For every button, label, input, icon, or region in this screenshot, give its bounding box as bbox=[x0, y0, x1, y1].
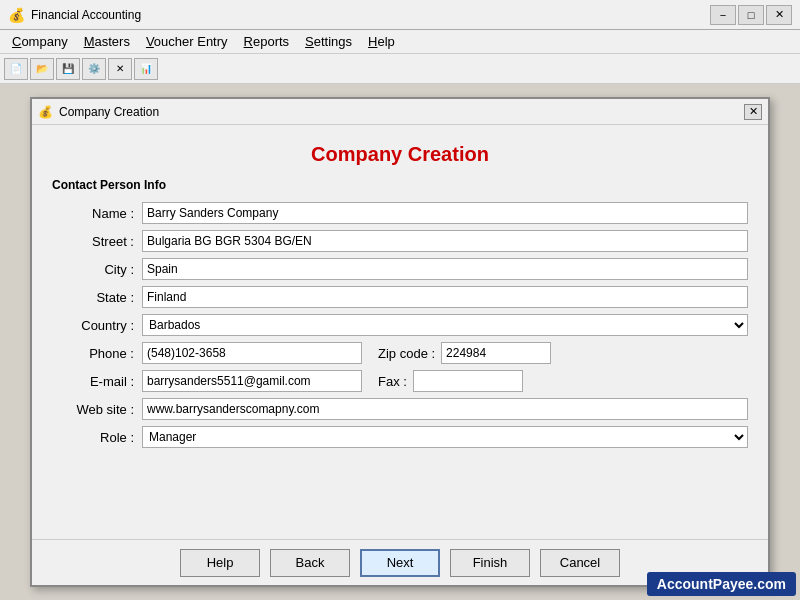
toolbar-settings[interactable]: ⚙️ bbox=[82, 58, 106, 80]
country-select[interactable]: Barbados Spain Finland Bulgaria bbox=[142, 314, 748, 336]
maximize-button[interactable]: □ bbox=[738, 5, 764, 25]
city-row: City : bbox=[52, 258, 748, 280]
toolbar-save[interactable]: 💾 bbox=[56, 58, 80, 80]
country-row: Country : Barbados Spain Finland Bulgari… bbox=[52, 314, 748, 336]
city-input[interactable] bbox=[142, 258, 748, 280]
section-title: Contact Person Info bbox=[52, 178, 748, 192]
menu-bar: Company Masters Voucher Entry Reports Se… bbox=[0, 30, 800, 54]
window-controls: − □ ✕ bbox=[710, 5, 792, 25]
toolbar-reports[interactable]: 📊 bbox=[134, 58, 158, 80]
toolbar-close[interactable]: ✕ bbox=[108, 58, 132, 80]
website-row: Web site : bbox=[52, 398, 748, 420]
toolbar-open[interactable]: 📂 bbox=[30, 58, 54, 80]
close-window-button[interactable]: ✕ bbox=[766, 5, 792, 25]
street-input[interactable] bbox=[142, 230, 748, 252]
role-label: Role : bbox=[52, 430, 142, 445]
email-group: E-mail : bbox=[52, 370, 362, 392]
menu-help[interactable]: Help bbox=[360, 32, 403, 51]
help-button[interactable]: Help bbox=[180, 549, 260, 577]
fax-group: Fax : bbox=[378, 370, 523, 392]
toolbar: 📄 📂 💾 ⚙️ ✕ 📊 bbox=[0, 54, 800, 84]
menu-company[interactable]: Company bbox=[4, 32, 76, 51]
zip-label: Zip code : bbox=[378, 346, 441, 361]
email-input[interactable] bbox=[142, 370, 362, 392]
fax-label: Fax : bbox=[378, 374, 413, 389]
company-creation-dialog: 💰 Company Creation ✕ Company Creation Co… bbox=[30, 97, 770, 587]
email-fax-row: E-mail : Fax : bbox=[52, 370, 748, 392]
state-label: State : bbox=[52, 290, 142, 305]
menu-reports[interactable]: Reports bbox=[236, 32, 298, 51]
finish-button[interactable]: Finish bbox=[450, 549, 530, 577]
website-label: Web site : bbox=[52, 402, 142, 417]
main-area: 💰 Company Creation ✕ Company Creation Co… bbox=[0, 84, 800, 600]
dialog-icon: 💰 bbox=[38, 105, 53, 119]
name-label: Name : bbox=[52, 206, 142, 221]
cancel-button[interactable]: Cancel bbox=[540, 549, 620, 577]
app-icon: 💰 bbox=[8, 7, 25, 23]
phone-group: Phone : bbox=[52, 342, 362, 364]
watermark: AccountPayee.com bbox=[647, 572, 796, 596]
minimize-button[interactable]: − bbox=[710, 5, 736, 25]
dialog-heading: Company Creation bbox=[52, 143, 748, 166]
role-row: Role : Manager Director Accountant Staff bbox=[52, 426, 748, 448]
title-bar: 💰 Financial Accounting − □ ✕ bbox=[0, 0, 800, 30]
zip-group: Zip code : bbox=[378, 342, 551, 364]
menu-settings[interactable]: Settings bbox=[297, 32, 360, 51]
state-row: State : bbox=[52, 286, 748, 308]
dialog-title-bar: 💰 Company Creation ✕ bbox=[32, 99, 768, 125]
role-select[interactable]: Manager Director Accountant Staff bbox=[142, 426, 748, 448]
street-row: Street : bbox=[52, 230, 748, 252]
name-row: Name : bbox=[52, 202, 748, 224]
phone-label: Phone : bbox=[52, 346, 142, 361]
name-input[interactable] bbox=[142, 202, 748, 224]
app-title: Financial Accounting bbox=[31, 8, 710, 22]
dialog-close-button[interactable]: ✕ bbox=[744, 104, 762, 120]
fax-input[interactable] bbox=[413, 370, 523, 392]
website-input[interactable] bbox=[142, 398, 748, 420]
menu-voucher-entry[interactable]: Voucher Entry bbox=[138, 32, 236, 51]
zip-input[interactable] bbox=[441, 342, 551, 364]
phone-zip-row: Phone : Zip code : bbox=[52, 342, 748, 364]
dialog-title-text: Company Creation bbox=[59, 105, 744, 119]
email-label: E-mail : bbox=[52, 374, 142, 389]
next-button[interactable]: Next bbox=[360, 549, 440, 577]
state-input[interactable] bbox=[142, 286, 748, 308]
menu-masters[interactable]: Masters bbox=[76, 32, 138, 51]
country-label: Country : bbox=[52, 318, 142, 333]
phone-input[interactable] bbox=[142, 342, 362, 364]
back-button[interactable]: Back bbox=[270, 549, 350, 577]
toolbar-new[interactable]: 📄 bbox=[4, 58, 28, 80]
street-label: Street : bbox=[52, 234, 142, 249]
city-label: City : bbox=[52, 262, 142, 277]
dialog-body: Company Creation Contact Person Info Nam… bbox=[32, 125, 768, 464]
